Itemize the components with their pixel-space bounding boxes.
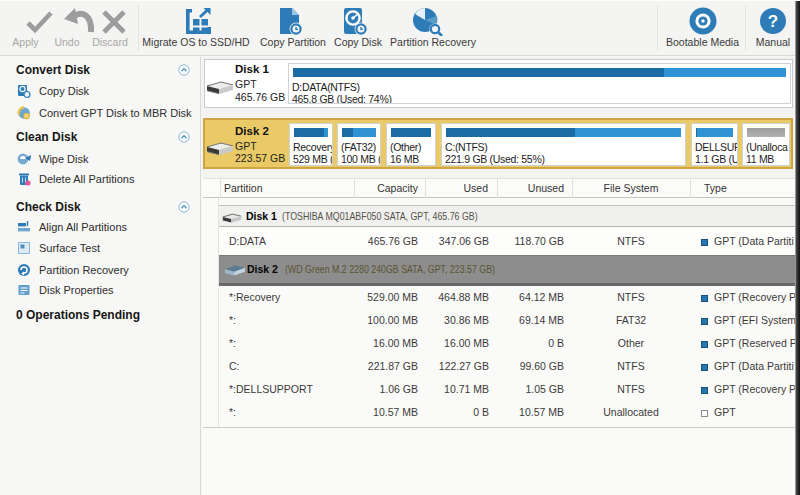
svg-text:?: ? xyxy=(768,12,778,31)
